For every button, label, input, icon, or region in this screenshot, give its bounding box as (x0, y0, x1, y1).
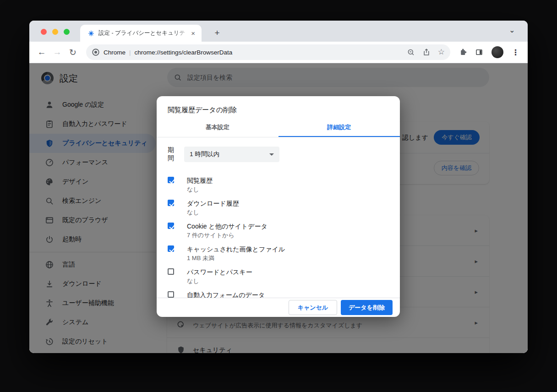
checkbox-browsing-history[interactable] (168, 177, 174, 183)
tab-advanced[interactable]: 詳細設定 (278, 119, 400, 137)
row-detail: なし (187, 208, 199, 217)
tab-title: 設定 - プライバシーとセキュリテ (98, 29, 189, 37)
window-close-button[interactable] (41, 29, 47, 35)
chrome-logo-icon (92, 48, 100, 56)
browser-menu-icon[interactable]: ⋮ (512, 48, 519, 57)
bookmark-icon[interactable]: ☆ (438, 48, 445, 56)
browser-toolbar: ← → ↻ Chrome | chrome://settings/clearBr… (29, 42, 528, 63)
settings-gear-icon (87, 30, 95, 37)
side-panel-icon[interactable] (475, 48, 483, 56)
browser-window: 設定 - プライバシーとセキュリテ × + ⌄ ← → ↻ Chrome | c… (29, 21, 528, 353)
checkbox-cookies[interactable] (168, 223, 174, 229)
back-button[interactable]: ← (34, 47, 49, 57)
row-autofill[interactable]: 自動入力フォームのデータ (157, 290, 400, 298)
delete-data-button[interactable]: データを削除 (341, 300, 393, 315)
clear-browsing-data-dialog: 閲覧履歴データの削除 基本設定 詳細設定 期間 1 時間以内 閲覧履歴 (157, 96, 400, 317)
row-detail: 7 件のサイトから (187, 231, 235, 240)
row-label: Cookie と他のサイトデータ (187, 222, 268, 231)
address-bar[interactable]: Chrome | chrome://settings/clearBrowserD… (86, 44, 450, 60)
dialog-footer: キャンセル データを削除 (157, 298, 400, 317)
checkbox-download-history[interactable] (168, 200, 174, 206)
row-detail: 1 MB 未満 (187, 254, 214, 263)
tab-close-icon[interactable]: × (189, 29, 197, 37)
tab-search-chevron-icon[interactable]: ⌄ (509, 26, 515, 34)
browser-tab[interactable]: 設定 - プライバシーとセキュリテ × (80, 25, 202, 42)
row-detail: なし (187, 185, 199, 194)
time-range-value: 1 時間以内 (190, 150, 219, 158)
row-passwords[interactable]: パスワードとパスキー なし (157, 267, 400, 290)
dialog-body: 期間 1 時間以内 閲覧履歴 なし ダウンロード履歴 な (157, 137, 400, 298)
extensions-icon[interactable] (459, 48, 467, 56)
row-cached-images[interactable]: キャッシュされた画像とファイル 1 MB 未満 (157, 245, 400, 267)
omnibox-separator: | (129, 49, 131, 56)
row-label: ダウンロード履歴 (187, 199, 239, 208)
url-text: chrome://settings/clearBrowserData (134, 49, 403, 56)
window-minimize-button[interactable] (52, 29, 58, 35)
row-cookies[interactable]: Cookie と他のサイトデータ 7 件のサイトから (157, 222, 400, 245)
new-tab-button[interactable]: + (211, 27, 224, 39)
tab-strip: 設定 - プライバシーとセキュリテ × + ⌄ (29, 21, 528, 42)
row-detail: なし (187, 277, 199, 286)
dialog-title: 閲覧履歴データの削除 (157, 96, 400, 119)
checkbox-cached-images[interactable] (168, 245, 174, 252)
row-label: パスワードとパスキー (187, 267, 252, 277)
checkbox-passwords[interactable] (168, 268, 174, 275)
profile-avatar[interactable] (491, 46, 503, 58)
checkbox-autofill[interactable] (168, 291, 174, 298)
cancel-button[interactable]: キャンセル (289, 300, 337, 315)
row-label: 閲覧履歴 (187, 176, 213, 185)
time-range-select[interactable]: 1 時間以内 (184, 147, 279, 162)
time-range-label: 期間 (168, 146, 179, 163)
site-label: Chrome (104, 49, 126, 56)
zoom-icon[interactable] (407, 48, 415, 56)
dialog-tabs: 基本設定 詳細設定 (157, 119, 400, 137)
row-browsing-history[interactable]: 閲覧履歴 なし (157, 176, 400, 199)
row-label: キャッシュされた画像とファイル (187, 245, 285, 254)
dropdown-caret-icon (269, 153, 274, 156)
share-icon[interactable] (422, 48, 431, 56)
window-zoom-button[interactable] (64, 29, 70, 35)
forward-button[interactable]: → (49, 47, 65, 57)
tab-basic[interactable]: 基本設定 (157, 119, 278, 137)
settings-page: 設定 Google の設定 自動入力とパスワード プライバシーとセキュリティ (29, 63, 528, 353)
row-label: 自動入力フォームのデータ (187, 290, 265, 298)
row-download-history[interactable]: ダウンロード履歴 なし (157, 199, 400, 222)
reload-button[interactable]: ↻ (65, 47, 81, 58)
